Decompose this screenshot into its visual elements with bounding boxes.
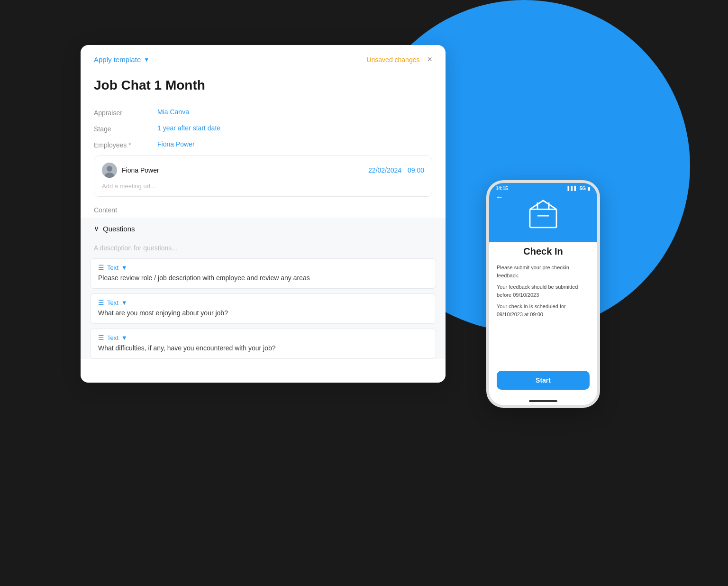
question-type-3[interactable]: ☰ Text ▼ (98, 334, 428, 341)
question-type-2[interactable]: ☰ Text ▼ (98, 299, 428, 306)
question-item-2: ☰ Text ▼ What are you most enjoying abou… (90, 293, 436, 324)
phone-text-2: Your feedback should be submitted before… (497, 283, 590, 299)
question-text-3: What difficulties, if any, have you enco… (98, 344, 428, 352)
phone-checkin-title: Check In (497, 246, 590, 257)
battery-icon: ▮ (588, 186, 591, 191)
question-item-3: ☰ Text ▼ What difficulties, if any, have… (90, 329, 436, 359)
close-button[interactable]: × (427, 55, 432, 64)
dropdown-icon-3: ▼ (121, 334, 127, 341)
question-type-1[interactable]: ☰ Text ▼ (98, 264, 428, 271)
collapse-icon: ∨ (94, 224, 99, 233)
stage-field-row: Stage 1 year after start date (81, 120, 446, 137)
questions-header[interactable]: ∨ Questions (81, 218, 446, 239)
question-text-1: Please review role / job description wit… (98, 274, 428, 282)
dropdown-icon-2: ▼ (121, 299, 127, 306)
employees-label: Employees * (94, 140, 146, 149)
text-type-icon-2: ☰ (98, 299, 104, 306)
unsaved-changes-badge: Unsaved changes (366, 56, 419, 64)
questions-description: A description for questions... (81, 239, 446, 258)
home-bar (529, 400, 557, 402)
box-icon (524, 195, 562, 233)
page-title: Job Chat 1 Month (81, 70, 446, 104)
appraiser-field-row: Appraiser Mia Canva (81, 104, 446, 120)
avatar (102, 163, 117, 178)
text-type-icon-3: ☰ (98, 334, 104, 341)
network-type: 5G (580, 186, 586, 191)
apply-template-button[interactable]: Apply template ▼ (94, 55, 149, 64)
employees-field-row: Employees * Fiona Power (81, 137, 446, 153)
signal-icon: ▌▌▌ (567, 186, 577, 191)
phone-content-section: Check In Please submit your pre checkin … (489, 237, 597, 397)
stage-value[interactable]: 1 year after start date (157, 124, 220, 132)
phone-time: 14:15 (496, 186, 508, 191)
dropdown-icon-1: ▼ (121, 264, 127, 271)
meeting-date: 22/02/2024 (368, 166, 401, 174)
text-type-icon: ☰ (98, 264, 104, 271)
employees-value[interactable]: Fiona Power (157, 140, 195, 148)
question-text-2: What are you most enjoying about your jo… (98, 309, 428, 317)
employee-info: Fiona Power (102, 163, 159, 178)
phone-mockup: 14:15 ▌▌▌ 5G ▮ ← Check In Please submit … (486, 180, 600, 408)
main-card: Apply template ▼ Unsaved changes × Job C… (81, 45, 446, 383)
header-right: Unsaved changes × (366, 55, 432, 64)
meeting-datetime: 22/02/2024 09:00 (368, 166, 424, 174)
content-label: Content (81, 197, 446, 218)
apply-template-label: Apply template (94, 55, 141, 64)
phone-text-3: Your check in is scheduled for 09/10/202… (497, 302, 590, 318)
employee-row: Fiona Power 22/02/2024 09:00 (102, 163, 424, 178)
meeting-url-input[interactable]: Add a meeting url... (102, 183, 424, 190)
questions-label: Questions (103, 225, 135, 233)
svg-rect-3 (530, 209, 556, 227)
stage-label: Stage (94, 124, 146, 133)
appraiser-label: Appraiser (94, 108, 146, 117)
meeting-time-value: 09:00 (408, 166, 424, 174)
phone-status-icons: ▌▌▌ 5G ▮ (567, 186, 591, 191)
question-type-label-2: Text (107, 299, 118, 306)
svg-point-1 (107, 166, 112, 172)
phone-text-1: Please submit your pre checkin feedback. (497, 264, 590, 279)
phone-back-button[interactable]: ← (496, 193, 503, 201)
card-header: Apply template ▼ Unsaved changes × (81, 45, 446, 70)
employee-card: Fiona Power 22/02/2024 09:00 Add a meeti… (94, 156, 432, 197)
question-type-label-3: Text (107, 334, 118, 341)
question-type-label-1: Text (107, 264, 118, 271)
chevron-down-icon: ▼ (144, 56, 149, 63)
meeting-time (404, 166, 406, 174)
phone-start-button[interactable]: Start (497, 371, 590, 390)
appraiser-value[interactable]: Mia Canva (157, 108, 189, 116)
phone-home-indicator (489, 397, 597, 405)
employee-name: Fiona Power (122, 166, 159, 174)
phone-blue-section: ← (489, 191, 597, 242)
question-item-1: ☰ Text ▼ Please review role / job descri… (90, 258, 436, 289)
phone-status-bar: 14:15 ▌▌▌ 5G ▮ (489, 183, 597, 191)
questions-section: ∨ Questions A description for questions.… (81, 218, 446, 359)
